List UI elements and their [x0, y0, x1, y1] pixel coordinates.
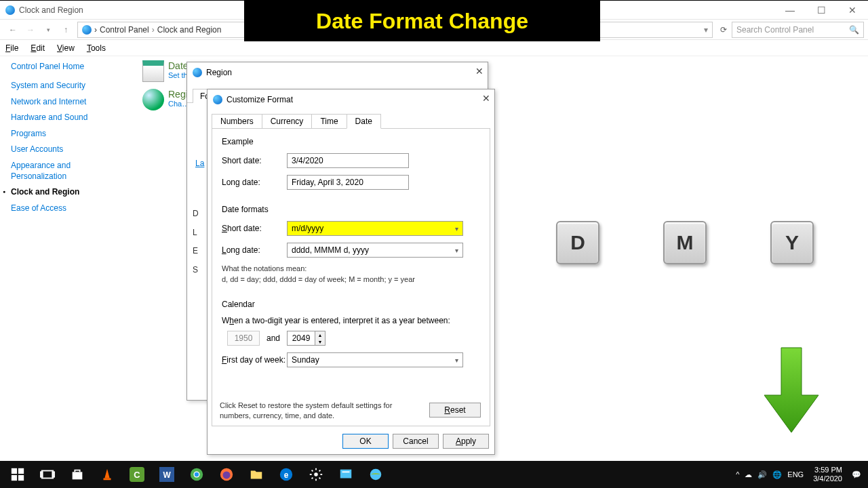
ok-button[interactable]: OK: [342, 434, 389, 449]
customize-close-button[interactable]: ✕: [482, 93, 490, 104]
svg-rect-1: [18, 468, 24, 474]
up-button[interactable]: ↑: [57, 21, 75, 39]
sidebar-item-clock[interactable]: Clock and Region: [11, 187, 126, 198]
control-panel-home-link[interactable]: Control Panel Home: [11, 62, 126, 71]
short-date-example: 3/4/2020: [287, 153, 409, 168]
cancel-button[interactable]: Cancel: [393, 434, 439, 449]
region-close-button[interactable]: ✕: [475, 66, 484, 77]
breadcrumb-current[interactable]: Clock and Region: [157, 25, 222, 35]
taskbar: C W e ^ ☁ 🔊 🌐 ENG 3:59 PM 3/4/2020 💬: [0, 461, 868, 488]
menu-tools[interactable]: Tools: [87, 43, 106, 53]
sidebar-item-system[interactable]: System and Security: [11, 81, 126, 92]
svg-text:e: e: [284, 470, 289, 480]
recent-dropdown[interactable]: ▾: [39, 21, 57, 39]
customize-dialog-icon: [213, 95, 222, 104]
sticky-notes-icon[interactable]: [331, 461, 361, 488]
svg-point-16: [223, 471, 231, 479]
edge-icon[interactable]: e: [271, 461, 301, 488]
short-date-format-combo[interactable]: m/d/yyyy▾: [287, 221, 463, 236]
chevron-down-icon: ▾: [455, 357, 458, 364]
year-high-spinner[interactable]: ▲▼: [287, 331, 326, 346]
forward-button[interactable]: →: [22, 21, 39, 39]
tray-clock[interactable]: 3:59 PM 3/4/2020: [809, 466, 846, 483]
file-explorer-icon[interactable]: [241, 461, 271, 488]
close-button[interactable]: ✕: [837, 1, 868, 20]
sidebar-item-network[interactable]: Network and Internet: [11, 97, 126, 108]
chevron-down-icon: ▾: [455, 225, 458, 232]
maximize-button[interactable]: ☐: [806, 1, 837, 20]
network-icon[interactable]: 🌐: [772, 470, 782, 479]
task-view-button[interactable]: [33, 461, 62, 488]
action-center-icon[interactable]: 💬: [852, 470, 861, 479]
reset-description: Click Reset to restore the system defaul…: [220, 401, 396, 420]
svg-rect-7: [104, 479, 111, 481]
svg-rect-20: [340, 470, 352, 479]
sidebar-item-users[interactable]: User Accounts: [11, 144, 126, 155]
sidebar-item-appearance[interactable]: Appearance and Personalization: [11, 161, 126, 182]
long-date-example-label: Long date:: [222, 178, 287, 187]
menubar: File Edit View Tools: [0, 40, 868, 56]
apply-button[interactable]: Apply: [443, 434, 489, 449]
keycap-y: Y: [770, 221, 814, 264]
menu-edit[interactable]: Edit: [31, 43, 45, 53]
store-icon[interactable]: [62, 461, 92, 488]
keycap-d: D: [556, 221, 599, 264]
camtasia-icon[interactable]: C: [122, 461, 152, 488]
onedrive-icon[interactable]: ☁: [745, 470, 752, 479]
year-low-input: [227, 331, 260, 346]
reset-button[interactable]: Reset: [429, 403, 481, 418]
region-dialog-title: Region: [206, 68, 232, 77]
svg-rect-4: [42, 471, 54, 479]
notation-text: d, dd = day; ddd, dddd = day of week; M …: [222, 275, 480, 283]
spinner-up-icon[interactable]: ▲: [315, 331, 325, 338]
chrome-icon[interactable]: [182, 461, 212, 488]
svg-rect-21: [342, 471, 350, 472]
example-heading: Example: [222, 137, 480, 146]
firefox-icon[interactable]: [212, 461, 241, 488]
sidebar-item-hardware[interactable]: Hardware and Sound: [11, 113, 126, 123]
search-icon: 🔍: [849, 25, 859, 35]
window-controls: — ☐ ✕: [774, 1, 868, 20]
back-button[interactable]: ←: [4, 21, 22, 39]
menu-view[interactable]: View: [57, 43, 75, 53]
tab-time[interactable]: Time: [311, 114, 347, 129]
search-input[interactable]: Search Control Panel 🔍: [732, 22, 864, 38]
spinner-down-icon[interactable]: ▼: [315, 338, 325, 345]
tab-numbers[interactable]: Numbers: [212, 114, 262, 129]
sidebar-item-ease[interactable]: Ease of Access: [11, 203, 126, 214]
vlc-icon[interactable]: [92, 461, 122, 488]
banner-overlay: Date Format Change: [244, 1, 600, 41]
short-date-format-label: Short date:: [222, 224, 287, 233]
long-date-example: Friday, April 3, 2020: [287, 175, 409, 190]
refresh-button[interactable]: ⟳: [715, 22, 732, 38]
customize-dialog-title: Customize Format: [226, 95, 293, 104]
path-dropdown-icon[interactable]: ▾: [704, 25, 708, 35]
svg-rect-0: [12, 468, 17, 474]
menu-file[interactable]: File: [5, 43, 18, 53]
first-day-combo[interactable]: Sunday▾: [287, 352, 463, 367]
globe-icon[interactable]: [361, 461, 391, 488]
volume-icon[interactable]: 🔊: [757, 470, 767, 479]
long-date-format-combo[interactable]: dddd, MMMM d, yyyy▾: [287, 243, 463, 258]
minimize-button[interactable]: —: [774, 1, 806, 20]
date-formats-heading: Date formats: [222, 205, 480, 214]
region-edge-letters: DLES: [193, 205, 199, 279]
sidebar-item-programs[interactable]: Programs: [11, 129, 126, 140]
word-icon[interactable]: W: [152, 461, 182, 488]
language-link[interactable]: La: [195, 159, 204, 168]
settings-icon[interactable]: [301, 461, 331, 488]
chevron-down-icon: ▾: [455, 247, 458, 254]
start-button[interactable]: [3, 461, 33, 488]
two-digit-year-label: When a two-digit year is entered, interp…: [222, 316, 480, 325]
long-date-format-label: Long date:: [222, 245, 287, 255]
region-icon: [142, 89, 164, 110]
down-arrow-icon: [761, 344, 822, 439]
window-title: Clock and Region: [19, 5, 83, 15]
tab-date[interactable]: Date: [347, 114, 381, 129]
tray-up-icon[interactable]: ^: [736, 470, 739, 479]
path-icon: [82, 25, 92, 35]
svg-point-14: [195, 472, 199, 476]
language-indicator[interactable]: ENG: [787, 470, 804, 479]
breadcrumb-root[interactable]: Control Panel: [100, 25, 149, 35]
tab-currency[interactable]: Currency: [262, 114, 313, 129]
